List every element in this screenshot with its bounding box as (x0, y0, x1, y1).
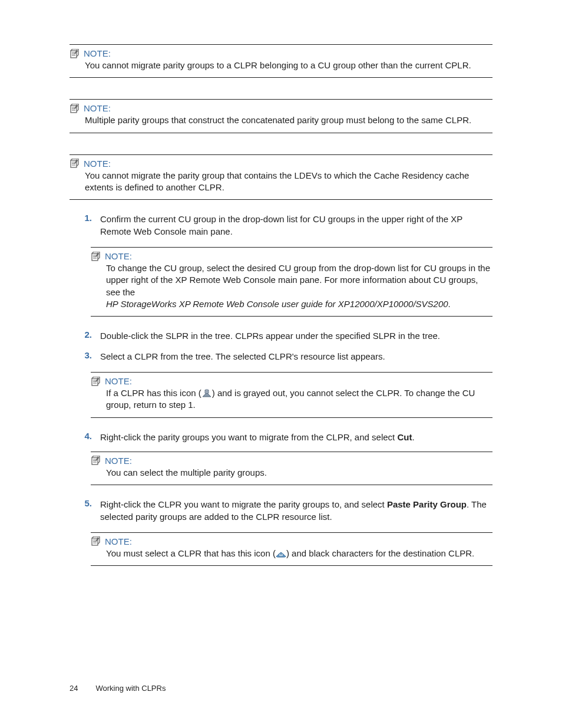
rule (70, 199, 492, 200)
list-number: 3. (79, 350, 92, 363)
page-footer: 24 Working with CLPRs (70, 684, 166, 693)
note-text-pre: If a CLPR has this icon ( (106, 388, 201, 398)
list-number: 2. (79, 330, 92, 342)
note-text-pre: You must select a CLPR that has this ico… (106, 548, 276, 558)
note-body: Multiple parity groups that construct th… (85, 114, 492, 126)
note-label: NOTE: (84, 48, 111, 58)
rule (70, 154, 492, 155)
note-icon (70, 104, 79, 113)
list-text: Select a CLPR from the tree. The selecte… (100, 350, 492, 363)
note-block: NOTE: You can select the multiple parity… (91, 452, 492, 485)
note-label: NOTE: (105, 456, 132, 466)
text-pre: Right-click the parity groups you want t… (100, 432, 397, 442)
note-body: You can select the multiple parity group… (106, 467, 492, 479)
list-item: 3. Select a CLPR from the tree. The sele… (79, 350, 492, 363)
note-block: NOTE: To change the CU group, select the… (91, 247, 492, 317)
note-block: NOTE: You cannot migrate the parity grou… (70, 154, 492, 200)
text-bold: Paste Parity Group (387, 499, 467, 509)
list-number: 4. (79, 431, 92, 443)
text-post: . (412, 432, 414, 442)
note-text-post: ) and black characters for the destinati… (286, 548, 474, 558)
note-icon (91, 377, 100, 386)
note-icon (91, 456, 100, 465)
period: . (448, 299, 451, 309)
note-body: To change the CU group, select the desir… (106, 262, 492, 310)
rule (91, 316, 492, 317)
rule (70, 44, 492, 45)
rule (91, 372, 492, 373)
note-icon (91, 536, 100, 546)
list-number: 1. (79, 213, 92, 238)
rule (91, 417, 492, 418)
note-label: NOTE: (84, 159, 111, 169)
list-number: 5. (79, 498, 92, 523)
note-body: You cannot migrate parity groups to a CL… (85, 60, 492, 71)
document-page: NOTE: You cannot migrate parity groups t… (0, 0, 562, 728)
list-text: Confirm the current CU group in the drop… (100, 213, 492, 238)
list-item: 1. Confirm the current CU group in the d… (79, 213, 492, 238)
rule (70, 133, 492, 133)
note-block: NOTE: If a CLPR has this icon () and is … (91, 372, 492, 418)
section-title: Working with CLPRs (95, 684, 166, 693)
rule (91, 247, 492, 248)
note-label: NOTE: (84, 103, 111, 113)
rule (70, 77, 492, 78)
list-item: 2. Double-click the SLPR in the tree. CL… (79, 330, 492, 342)
note-label: NOTE: (105, 536, 132, 546)
clpr-blue-icon (276, 549, 286, 558)
rule (91, 452, 492, 452)
note-label: NOTE: (105, 376, 132, 386)
note-icon (70, 159, 79, 168)
list-text: Right-click the parity groups you want t… (100, 431, 492, 443)
rule (91, 485, 492, 485)
note-citation: HP StorageWorks XP Remote Web Console us… (106, 299, 448, 309)
note-body: You must select a CLPR that has this ico… (106, 548, 492, 559)
note-block: NOTE: You must select a CLPR that has th… (91, 532, 492, 566)
rule (70, 99, 492, 100)
list-text: Right-click the CLPR you want to migrate… (100, 498, 492, 523)
rule (91, 565, 492, 566)
note-label: NOTE: (105, 251, 132, 261)
text-pre: Right-click the CLPR you want to migrate… (100, 499, 387, 509)
note-icon (91, 252, 100, 261)
note-body: If a CLPR has this icon () and is grayed… (106, 387, 492, 411)
clpr-gray-icon (201, 389, 212, 397)
rule (91, 532, 492, 533)
text-bold: Cut (397, 432, 412, 442)
note-icon (70, 49, 79, 58)
note-block: NOTE: Multiple parity groups that constr… (70, 99, 492, 133)
list-item: 4. Right-click the parity groups you wan… (79, 431, 492, 443)
note-block: NOTE: You cannot migrate parity groups t… (70, 44, 492, 78)
list-item: 5. Right-click the CLPR you want to migr… (79, 498, 492, 523)
list-text: Double-click the SLPR in the tree. CLPRs… (100, 330, 492, 342)
page-number: 24 (70, 684, 78, 693)
note-body: You cannot migrate the parity group that… (85, 170, 492, 194)
note-text: To change the CU group, select the desir… (106, 263, 490, 297)
